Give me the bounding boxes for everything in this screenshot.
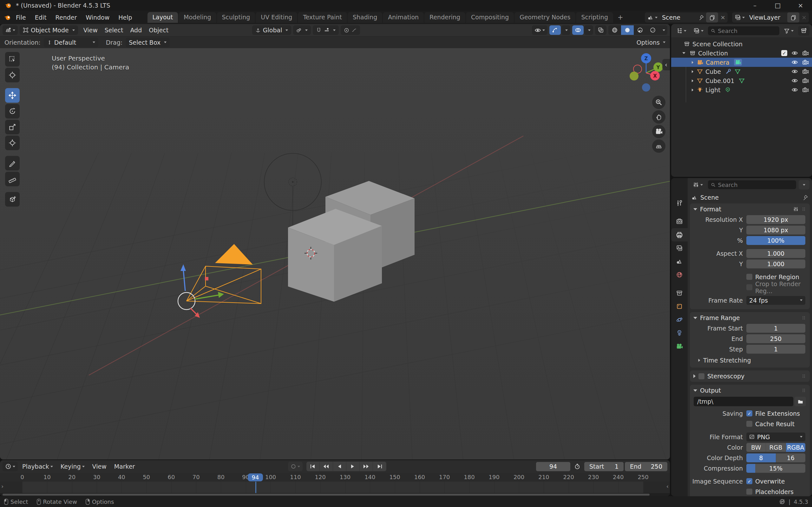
gizmo-dropdown[interactable]: [561, 25, 570, 35]
pan-view-button[interactable]: [652, 110, 665, 124]
drag-dots-icon[interactable]: [801, 374, 806, 379]
gizmo-plane-handle[interactable]: [205, 277, 208, 280]
panel-title[interactable]: Frame Range: [700, 314, 740, 321]
remove-viewlayer-button[interactable]: ✕: [799, 14, 809, 21]
expand-arrow-icon[interactable]: [692, 61, 693, 64]
view-menu[interactable]: View: [89, 463, 110, 470]
hide-eye-icon[interactable]: [792, 77, 798, 84]
tab-view-layer[interactable]: [671, 241, 688, 255]
zoom-view-button[interactable]: [652, 96, 665, 109]
viewlayer-browse-button[interactable]: [732, 14, 747, 20]
new-viewlayer-button[interactable]: [787, 12, 799, 22]
row-cube-001[interactable]: Cube.001: [671, 76, 812, 85]
maximize-button[interactable]: □: [766, 0, 789, 11]
drag-dots-icon[interactable]: [801, 207, 806, 212]
expand-arrow-icon[interactable]: [682, 52, 686, 54]
browse-folder-button[interactable]: [795, 397, 806, 406]
viewport-menu[interactable]: View: [80, 26, 101, 34]
properties-editor-type-button[interactable]: [690, 180, 705, 189]
timeline-ruler[interactable]: 0102030405060708090100110120130140150160…: [0, 473, 670, 482]
tool-scale[interactable]: [5, 120, 20, 134]
proportional-editing-icon[interactable]: [344, 27, 349, 33]
file-extensions-checkbox[interactable]: ✓: [746, 410, 752, 416]
keying-menu[interactable]: Keying: [57, 463, 88, 470]
color-rgba-option[interactable]: RGBA: [786, 443, 805, 452]
cube-object[interactable]: [288, 209, 382, 302]
new-scene-button[interactable]: [706, 12, 718, 22]
network-offline-icon[interactable]: [779, 498, 785, 505]
row-light[interactable]: Light: [671, 85, 812, 95]
file-format-dropdown[interactable]: PNG: [746, 433, 805, 441]
row-cube[interactable]: Cube: [671, 67, 812, 76]
editor-type-button[interactable]: [3, 25, 18, 35]
tab-object-data[interactable]: [671, 340, 688, 353]
menubar-menu[interactable]: Render: [51, 12, 82, 23]
workspace-tab[interactable]: Sculpting: [217, 12, 255, 23]
timeline-editor-type-button[interactable]: [3, 462, 18, 471]
jump-to-end-button[interactable]: [373, 462, 386, 471]
playback-menu[interactable]: Playback: [19, 463, 56, 470]
show-object-types-dropdown[interactable]: [532, 25, 548, 35]
orientation-dropdown[interactable]: Default: [44, 38, 98, 47]
unlink-scene-button[interactable]: ✕: [718, 14, 728, 21]
cache-result-checkbox[interactable]: [746, 421, 752, 427]
light-data-icon[interactable]: [725, 87, 731, 93]
shading-solid-button[interactable]: [621, 25, 634, 35]
tab-scene[interactable]: [671, 255, 688, 268]
add-workspace-button[interactable]: +: [614, 14, 627, 21]
tool-move[interactable]: [5, 88, 20, 103]
shading-rendered-button[interactable]: [647, 25, 659, 35]
tab-render[interactable]: [671, 215, 688, 228]
hide-eye-icon[interactable]: [792, 50, 798, 56]
row-camera[interactable]: Camera: [671, 58, 812, 67]
snap-target-icon[interactable]: [324, 27, 329, 33]
mesh-data-icon[interactable]: [734, 68, 741, 74]
time-stretching-subpanel[interactable]: Time Stretching: [690, 355, 810, 364]
workspace-tab[interactable]: Animation: [383, 12, 424, 23]
row-collection[interactable]: Collection ✓: [671, 49, 812, 58]
panel-title[interactable]: Format: [700, 206, 721, 213]
minimize-button[interactable]: –: [744, 0, 766, 11]
overwrite-checkbox[interactable]: ✓: [746, 478, 752, 484]
pivot-point-dropdown[interactable]: [293, 25, 311, 35]
viewport-menu[interactable]: Select: [101, 26, 127, 34]
depth-8-option[interactable]: 8: [746, 453, 776, 462]
expand-arrow-icon[interactable]: [692, 70, 693, 73]
panel-expand-icon[interactable]: [693, 389, 697, 392]
tool-rotate[interactable]: [5, 104, 20, 118]
resolution-x-field[interactable]: 1920 px: [746, 215, 805, 224]
tab-constraints[interactable]: [671, 326, 688, 340]
current-frame-field[interactable]: 94: [536, 462, 570, 471]
marker-menu[interactable]: Marker: [111, 463, 138, 470]
shading-dropdown[interactable]: [659, 25, 667, 35]
output-path-field[interactable]: /tmp\: [694, 397, 793, 406]
timeline-scroll-thumb[interactable]: [3, 494, 650, 496]
hide-eye-icon[interactable]: [792, 87, 798, 93]
menubar-menu[interactable]: Help: [114, 12, 136, 23]
aspect-x-field[interactable]: 1.000: [746, 249, 805, 258]
drag-dots-icon[interactable]: [801, 388, 806, 393]
frame-step-field[interactable]: 1: [746, 345, 805, 354]
tab-output[interactable]: [671, 228, 688, 241]
render-visibility-icon[interactable]: [802, 68, 809, 75]
shading-wireframe-button[interactable]: [608, 25, 621, 35]
outliner-editor-type-button[interactable]: [674, 26, 689, 36]
menubar-menu[interactable]: File: [11, 12, 31, 23]
frame-start-field[interactable]: 1: [746, 324, 805, 333]
tool-transform[interactable]: [5, 135, 20, 150]
menubar-menu[interactable]: Window: [81, 12, 114, 23]
workspace-tab[interactable]: Compositing: [466, 12, 514, 23]
frame-end-field[interactable]: End250: [625, 462, 667, 471]
workspace-tab[interactable]: Shading: [348, 12, 382, 23]
camera-data-chip[interactable]: [734, 59, 742, 66]
timeline-body[interactable]: 0102030405060708090100110120130140150160…: [0, 473, 670, 496]
scene-browse-button[interactable]: [645, 14, 660, 20]
blender-menu-icon[interactable]: [3, 13, 11, 21]
new-collection-button[interactable]: [798, 26, 809, 36]
prev-keyframe-button[interactable]: [320, 462, 333, 471]
frame-start-field[interactable]: Start1: [584, 462, 623, 471]
resolution-y-field[interactable]: 1080 px: [746, 226, 805, 234]
render-region-checkbox[interactable]: [746, 274, 752, 280]
tab-collection[interactable]: [671, 286, 688, 300]
show-gizmo-toggle[interactable]: [549, 25, 561, 35]
